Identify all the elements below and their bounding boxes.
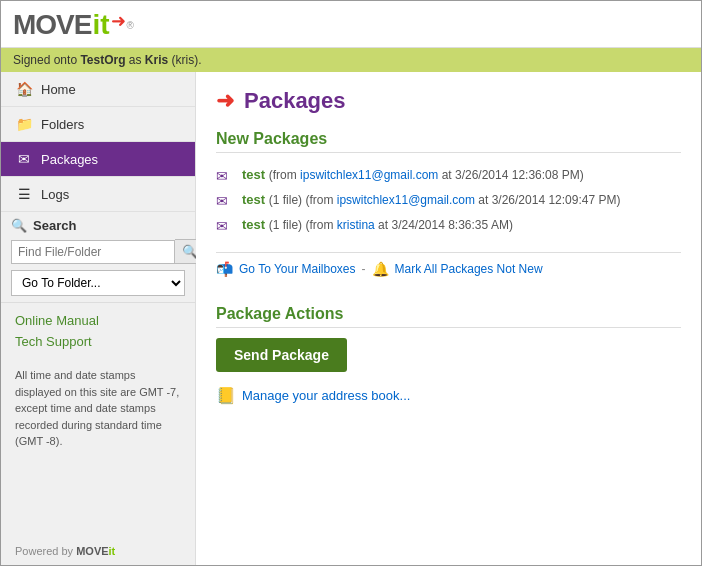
package-icon-3: ✉ bbox=[216, 218, 234, 234]
content-area: ➜ Packages New Packages ✉ test (from ips… bbox=[196, 72, 701, 565]
folders-icon: 📁 bbox=[15, 116, 33, 132]
goto-mailboxes-link[interactable]: Go To Your Mailboxes bbox=[239, 262, 356, 276]
logo-text-move: MOV bbox=[13, 9, 74, 41]
status-user: Kris bbox=[145, 53, 168, 67]
sidebar-item-home[interactable]: 🏠 Home bbox=[1, 72, 195, 107]
online-manual-link[interactable]: Online Manual bbox=[15, 313, 181, 328]
sidebar-folders-label: Folders bbox=[41, 117, 84, 132]
tech-support-link[interactable]: Tech Support bbox=[15, 334, 181, 349]
search-input-row: 🔍 bbox=[11, 239, 185, 264]
pkg-email-3[interactable]: kristina bbox=[337, 218, 375, 232]
search-section: 🔍 Search 🔍 Go To Folder... bbox=[1, 212, 195, 303]
package-icon-1: ✉ bbox=[216, 168, 234, 184]
packages-icon: ✉ bbox=[15, 151, 33, 167]
manage-address-link[interactable]: 📒 Manage your address book... bbox=[216, 386, 681, 405]
search-icon: 🔍 bbox=[11, 218, 27, 233]
package-actions-title: Package Actions bbox=[216, 305, 681, 328]
pkg-email-2[interactable]: ipswitchlex11@gmail.com bbox=[337, 193, 475, 207]
package-name-3[interactable]: test bbox=[242, 217, 265, 232]
home-icon: 🏠 bbox=[15, 81, 33, 97]
sidebar-packages-label: Packages bbox=[41, 152, 98, 167]
logo-text-i: it bbox=[92, 9, 109, 41]
package-item-3: ✉ test (1 file) (from kristina at 3/24/2… bbox=[216, 213, 681, 238]
logo-arrow: ➜ bbox=[111, 10, 126, 32]
package-actions-section: Package Actions Send Package 📒 Manage yo… bbox=[216, 305, 681, 405]
package-list: ✉ test (from ipswitchlex11@gmail.com at … bbox=[216, 163, 681, 238]
sidebar-links: Online Manual Tech Support bbox=[1, 303, 195, 359]
status-org: TestOrg bbox=[80, 53, 125, 67]
mark-all-link[interactable]: Mark All Packages Not New bbox=[395, 262, 543, 276]
package-item-1: ✉ test (from ipswitchlex11@gmail.com at … bbox=[216, 163, 681, 188]
sidebar: 🏠 Home 📁 Folders ✉ Packages ☰ Logs 🔍 Sea… bbox=[1, 72, 196, 565]
sidebar-item-packages[interactable]: ✉ Packages bbox=[1, 142, 195, 177]
red-arrow-annotation: ➜ bbox=[216, 88, 234, 114]
send-package-button[interactable]: Send Package bbox=[216, 338, 347, 372]
sidebar-home-label: Home bbox=[41, 82, 76, 97]
sidebar-footer: Powered by MOVEit bbox=[1, 537, 195, 565]
search-section-title: 🔍 Search bbox=[11, 218, 185, 233]
page-title-row: ➜ Packages bbox=[216, 88, 681, 114]
sidebar-item-folders[interactable]: 📁 Folders bbox=[1, 107, 195, 142]
address-book-icon: 📒 bbox=[216, 386, 236, 405]
logo-text-e: E bbox=[74, 9, 93, 41]
logo: MOVEit➜® bbox=[13, 9, 689, 41]
logo-registered: ® bbox=[127, 20, 134, 31]
status-bar: Signed onto TestOrg as Kris (kris). bbox=[1, 48, 701, 72]
sidebar-logs-label: Logs bbox=[41, 187, 69, 202]
new-packages-title: New Packages bbox=[216, 130, 681, 153]
pkg-email-1[interactable]: ipswitchlex11@gmail.com bbox=[300, 168, 438, 182]
header: MOVEit➜® bbox=[1, 1, 701, 48]
status-text: Signed onto TestOrg as Kris (kris). bbox=[13, 53, 202, 67]
logs-icon: ☰ bbox=[15, 186, 33, 202]
goto-folder-select[interactable]: Go To Folder... bbox=[11, 270, 185, 296]
new-packages-section: New Packages ✉ test (from ipswitchlex11@… bbox=[216, 130, 681, 285]
sidebar-note: All time and date stamps displayed on th… bbox=[1, 359, 195, 458]
app-window: MOVEit➜® Signed onto TestOrg as Kris (kr… bbox=[0, 0, 702, 566]
page-title: Packages bbox=[244, 88, 346, 114]
bell-icon: 🔔 bbox=[372, 261, 389, 277]
package-name-1[interactable]: test bbox=[242, 167, 265, 182]
package-item-2: ✉ test (1 file) (from ipswitchlex11@gmai… bbox=[216, 188, 681, 213]
package-name-2[interactable]: test bbox=[242, 192, 265, 207]
search-input[interactable] bbox=[11, 240, 175, 264]
package-icon-2: ✉ bbox=[216, 193, 234, 209]
sidebar-item-logs[interactable]: ☰ Logs bbox=[1, 177, 195, 212]
main-layout: 🏠 Home 📁 Folders ✉ Packages ☰ Logs 🔍 Sea… bbox=[1, 72, 701, 565]
pkg-actions-row: 📬 Go To Your Mailboxes - 🔔 Mark All Pack… bbox=[216, 252, 681, 285]
mailbox-icon: 📬 bbox=[216, 261, 233, 277]
